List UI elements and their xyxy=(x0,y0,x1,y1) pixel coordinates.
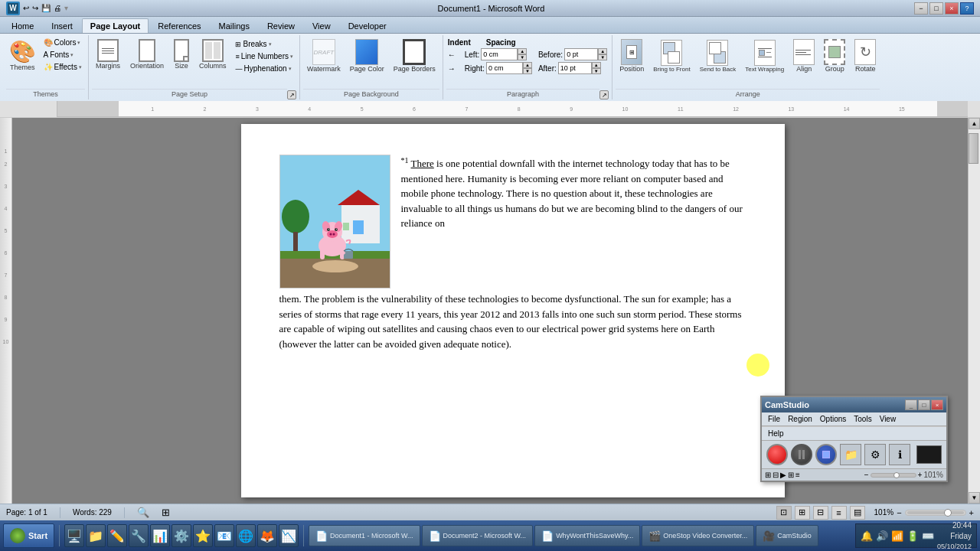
full-screen-view[interactable]: ⊞ xyxy=(795,506,810,520)
cam-menu-file[interactable]: File xyxy=(765,414,783,424)
right-indent-down[interactable]: ▼ xyxy=(523,68,532,74)
chart-icon[interactable]: 📉 xyxy=(279,524,299,547)
notepad-icon[interactable]: ✏️ xyxy=(107,524,127,547)
zoom-in-button[interactable]: + xyxy=(969,508,974,517)
tab-view[interactable]: View xyxy=(304,18,339,33)
tab-page-layout[interactable]: Page Layout xyxy=(82,18,149,33)
print-icon[interactable]: 🖨 xyxy=(54,4,61,12)
cam-zoom-slider[interactable] xyxy=(871,473,916,478)
tab-references[interactable]: References xyxy=(149,18,209,33)
undo-icon[interactable]: ↩ xyxy=(23,4,29,12)
camstudio-open-button[interactable]: 📁 xyxy=(840,444,861,465)
print-layout-view[interactable]: ⊡ xyxy=(776,506,792,520)
scroll-thumb[interactable] xyxy=(969,133,978,164)
camstudio-settings-button[interactable]: ⚙ xyxy=(864,444,886,465)
draft-view[interactable]: ▤ xyxy=(850,506,865,520)
tab-mailings[interactable]: Mailings xyxy=(211,18,258,33)
page-setup-expand[interactable]: ↗ xyxy=(287,90,296,99)
tray-icon-1[interactable]: 🔔 xyxy=(861,530,873,542)
align-button[interactable]: Align xyxy=(789,37,818,75)
orientation-button[interactable]: Orientation xyxy=(126,37,168,72)
cam-zoom-handle[interactable] xyxy=(893,472,900,478)
tray-icon-5[interactable]: ⌨️ xyxy=(922,530,934,542)
tool-icon[interactable]: 🔧 xyxy=(129,524,149,547)
cam-zoom-control[interactable]: − + 101% xyxy=(864,471,943,479)
taskbar-window-doc1[interactable]: 📄 Document1 - Microsoft W... xyxy=(309,525,420,546)
cam-menu-region[interactable]: Region xyxy=(785,414,815,424)
taskbar-window-camstudio[interactable]: 🎥 CamStudio xyxy=(756,525,818,546)
before-spacing-input[interactable]: 0 pt ▲ ▼ xyxy=(564,48,607,60)
taskbar-window-onestop[interactable]: 🎬 OneStop Video Converter... xyxy=(642,525,754,546)
rotate-button[interactable]: ↻ Rotate xyxy=(851,37,880,75)
camstudio-close[interactable]: × xyxy=(931,399,943,410)
tray-icon-4[interactable]: 🔋 xyxy=(906,530,919,542)
tab-review[interactable]: Review xyxy=(259,18,303,33)
web-layout-view[interactable]: ⊟ xyxy=(813,506,828,520)
close-button[interactable]: × xyxy=(945,2,959,15)
camstudio-restore[interactable]: □ xyxy=(918,399,930,410)
after-spacing-down[interactable]: ▼ xyxy=(592,68,601,74)
right-indent-input[interactable]: 0 cm ▲ ▼ xyxy=(486,62,532,74)
vertical-scrollbar[interactable]: ▲ ▼ xyxy=(968,118,980,504)
effects-button[interactable]: ✨ Effects ▾ xyxy=(41,61,85,73)
browser-icon[interactable]: 🌐 xyxy=(236,524,256,547)
folder-icon[interactable]: 📁 xyxy=(86,524,106,547)
cam-zoom-out[interactable]: − xyxy=(864,471,869,479)
macro-icon[interactable]: ⊞ xyxy=(162,507,170,518)
presentation-icon[interactable]: 📊 xyxy=(150,524,170,547)
left-indent-input[interactable]: 0 cm ▲ ▼ xyxy=(481,48,527,60)
restore-button[interactable]: □ xyxy=(929,2,943,15)
margins-button[interactable]: Margins xyxy=(92,37,124,72)
group-button[interactable]: Group xyxy=(820,37,849,75)
tab-developer[interactable]: Developer xyxy=(340,18,395,33)
size-button[interactable]: Size xyxy=(170,37,193,72)
camstudio-title-bar[interactable]: CamStudio _ □ × xyxy=(762,397,946,412)
email-icon[interactable]: 📧 xyxy=(214,524,234,547)
tray-icon-3[interactable]: 📶 xyxy=(891,530,903,542)
colors-button[interactable]: 🎨 Colors ▾ xyxy=(41,37,85,48)
cam-menu-help[interactable]: Help xyxy=(765,429,787,439)
camstudio-record-button[interactable] xyxy=(766,444,788,465)
left-indent-down[interactable]: ▼ xyxy=(518,54,527,60)
watermark-button[interactable]: DRAFT Watermark xyxy=(303,37,345,75)
before-spacing-down[interactable]: ▼ xyxy=(598,54,607,60)
fonts-button[interactable]: A Fonts ▾ xyxy=(41,49,85,60)
zoom-slider[interactable] xyxy=(905,510,966,516)
paragraph-expand[interactable]: ↗ xyxy=(599,90,609,99)
themes-button[interactable]: 🎨 Themes xyxy=(6,37,39,73)
document-page[interactable]: *1 There is one potential downfall with … xyxy=(241,124,785,497)
page-color-button[interactable]: Page Color xyxy=(346,37,388,75)
hyphenation-button[interactable]: — Hyphenation ▾ xyxy=(232,63,296,74)
cam-menu-view[interactable]: View xyxy=(877,414,900,424)
breaks-button[interactable]: ⊞ Breaks ▾ xyxy=(232,38,296,50)
minimize-button[interactable]: − xyxy=(914,2,928,15)
taskbar-window-doc2[interactable]: 📄 Document2 - Microsoft W... xyxy=(422,525,534,546)
save-icon[interactable]: 💾 xyxy=(41,4,51,12)
help-button[interactable]: ? xyxy=(960,2,974,15)
scroll-track[interactable] xyxy=(969,129,980,492)
star-icon[interactable]: ⭐ xyxy=(193,524,213,547)
after-spacing-up[interactable]: ▲ xyxy=(592,62,601,68)
zoom-out-button[interactable]: − xyxy=(897,508,901,517)
tab-insert[interactable]: Insert xyxy=(43,18,81,33)
bring-to-front-button[interactable]: Bring to Front xyxy=(649,37,694,75)
camstudio-pause-button[interactable] xyxy=(791,444,812,465)
page-borders-button[interactable]: Page Borders xyxy=(390,37,439,75)
camstudio-info-button[interactable]: ℹ xyxy=(889,444,910,465)
right-indent-up[interactable]: ▲ xyxy=(523,62,532,68)
firefox-icon[interactable]: 🦊 xyxy=(257,524,277,547)
position-button[interactable]: ⊞ Position xyxy=(616,37,648,75)
start-button[interactable]: Start xyxy=(3,523,54,548)
camstudio-window[interactable]: CamStudio _ □ × File Region Options Tool… xyxy=(760,396,948,482)
before-spacing-up[interactable]: ▲ xyxy=(598,48,607,54)
redo-icon[interactable]: ↪ xyxy=(32,4,38,12)
line-numbers-button[interactable]: ≡ Line Numbers ▾ xyxy=(232,51,296,62)
taskbar-window-whywont[interactable]: 📄 WhyWontThisSaveWhy... xyxy=(534,525,640,546)
tab-home[interactable]: Home xyxy=(3,18,42,33)
track-changes-icon[interactable]: 🔍 xyxy=(137,507,149,518)
outline-view[interactable]: ≡ xyxy=(831,506,847,520)
tray-icon-2[interactable]: 🔊 xyxy=(876,530,888,542)
camstudio-stop-button[interactable] xyxy=(815,444,837,465)
horizontal-ruler[interactable]: 1 2 3 4 5 6 7 8 9 10 11 12 13 14 xyxy=(57,101,968,117)
text-wrapping-button[interactable]: Text Wrapping xyxy=(741,37,788,75)
